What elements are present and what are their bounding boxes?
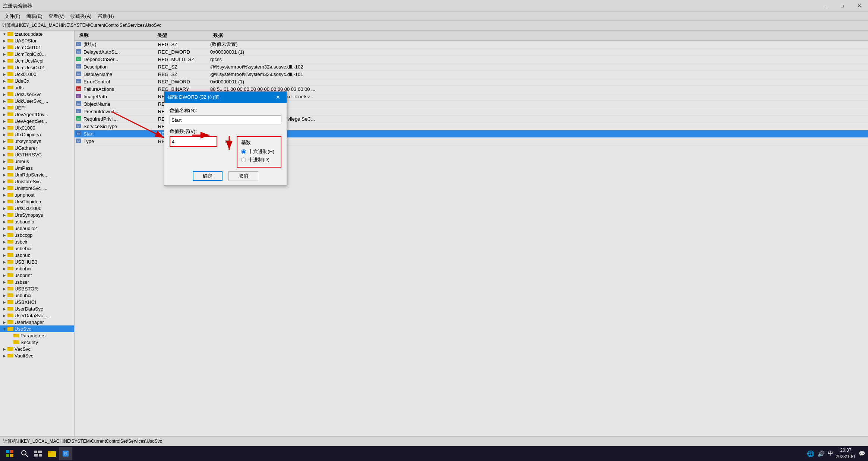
- dialog-radio-group: 基数 十六进制(H) 十进制(D): [237, 136, 281, 168]
- dialog-name-label: 数值名称(N):: [170, 107, 281, 114]
- svg-marker-126: [225, 138, 232, 145]
- dialog-data-label: 数值数据(V):: [170, 128, 281, 135]
- dialog-decimal-label[interactable]: 十进制(D): [248, 156, 269, 163]
- dialog-title-bar: 编辑 DWORD (32 位)值 ✕: [164, 92, 287, 103]
- dialog-close-button[interactable]: ✕: [273, 92, 283, 102]
- dialog-value-input[interactable]: [170, 136, 217, 147]
- dialog-hex-label[interactable]: 十六进制(H): [248, 148, 274, 155]
- dialog-hex-radio[interactable]: [241, 149, 246, 154]
- dialog-buttons: 确定 取消: [170, 171, 281, 181]
- dialog-body: 数值名称(N): 数值数据(V): 基数 十六进制(H) 十进制(D: [164, 103, 287, 185]
- dialog-hex-row: 十六进制(H): [241, 148, 277, 155]
- dialog-cancel-button[interactable]: 取消: [228, 171, 258, 181]
- dialog-title-text: 编辑 DWORD (32 位)值: [168, 94, 219, 101]
- dialog-decimal-row: 十进制(D): [241, 156, 277, 163]
- modal-overlay: [0, 0, 868, 461]
- dialog-base-label: 基数: [241, 139, 277, 146]
- dialog-ok-button[interactable]: 确定: [193, 171, 222, 181]
- dialog-value-area: [170, 136, 217, 147]
- dialog-data-section: 基数 十六进制(H) 十进制(D): [170, 136, 281, 168]
- dialog-decimal-radio[interactable]: [241, 158, 246, 162]
- dialog-dword-edit: 编辑 DWORD (32 位)值 ✕ 数值名称(N): 数值数据(V): 基数 …: [164, 91, 287, 186]
- dialog-name-input[interactable]: [170, 115, 281, 124]
- dialog-arrow-icon: [221, 136, 233, 147]
